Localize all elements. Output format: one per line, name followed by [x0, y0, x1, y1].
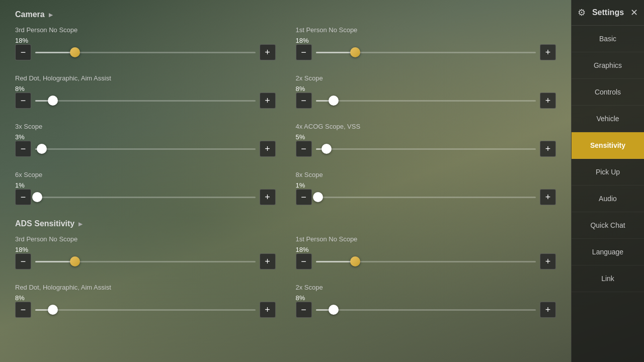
slider-label: 4x ACOG Scope, VSS — [296, 123, 556, 130]
slider-thumb[interactable] — [48, 96, 58, 106]
sidebar-item-link[interactable]: Link — [572, 265, 644, 292]
minus-button[interactable]: − — [15, 189, 31, 205]
slider-thumb[interactable] — [48, 305, 58, 315]
slider-track-wrap[interactable] — [35, 302, 256, 318]
slider-fill — [316, 261, 356, 262]
slider-thumb[interactable] — [37, 144, 47, 154]
plus-button[interactable]: + — [540, 93, 556, 109]
slider-value: 8% — [296, 294, 556, 302]
ads-section-title: ADS Sensitivity — [15, 219, 556, 228]
slider-value: 18% — [15, 246, 276, 253]
minus-button[interactable]: − — [15, 141, 31, 157]
slider-thumb[interactable] — [70, 47, 80, 57]
sidebar-item-pickup[interactable]: Pick Up — [572, 159, 644, 186]
slider-group: Red Dot, Holographic, Aim Assist8%−+ — [15, 284, 276, 318]
plus-button[interactable]: + — [260, 93, 276, 109]
slider-track-wrap[interactable] — [316, 141, 536, 157]
slider-thumb[interactable] — [70, 256, 80, 266]
close-button[interactable]: ✕ — [630, 7, 638, 18]
slider-group: 1st Person No Scope18%−+ — [296, 235, 556, 269]
slider-track-wrap[interactable] — [316, 253, 536, 269]
slider-thumb[interactable] — [329, 96, 339, 106]
minus-button[interactable]: − — [296, 253, 312, 269]
slider-track — [35, 52, 256, 53]
camera-section-title: Camera — [15, 10, 556, 19]
minus-button[interactable]: − — [15, 44, 31, 60]
slider-thumb[interactable] — [329, 305, 339, 315]
minus-button[interactable]: − — [296, 93, 312, 109]
slider-group: 8x Scope1%−+ — [296, 171, 556, 205]
slider-track-wrap[interactable] — [35, 141, 256, 157]
slider-track — [35, 309, 256, 311]
plus-button[interactable]: + — [540, 302, 556, 318]
slider-label: 3rd Person No Scope — [15, 26, 276, 34]
slider-track — [316, 148, 536, 150]
slider-track — [316, 197, 536, 198]
slider-value: 5% — [296, 133, 556, 141]
plus-button[interactable]: + — [260, 44, 276, 60]
plus-button[interactable]: + — [260, 189, 276, 205]
slider-track-wrap[interactable] — [316, 302, 536, 318]
sidebar-item-quickchat[interactable]: Quick Chat — [572, 212, 644, 239]
slider-thumb[interactable] — [321, 144, 332, 154]
slider-track-wrap[interactable] — [316, 44, 536, 60]
plus-button[interactable]: + — [540, 253, 556, 269]
slider-track-wrap[interactable] — [316, 93, 536, 109]
slider-thumb[interactable] — [350, 47, 360, 57]
slider-label: 8x Scope — [296, 171, 556, 178]
slider-label: 1st Person No Scope — [296, 26, 556, 34]
slider-label: Red Dot, Holographic, Aim Assist — [15, 284, 276, 291]
sidebar-item-vehicle[interactable]: Vehicle — [572, 106, 644, 132]
slider-thumb[interactable] — [313, 192, 323, 202]
slider-group: 4x ACOG Scope, VSS5%−+ — [296, 123, 556, 157]
minus-button[interactable]: − — [296, 302, 312, 318]
slider-track — [316, 261, 536, 262]
plus-button[interactable]: + — [260, 141, 276, 157]
slider-row: −+ — [15, 189, 276, 205]
slider-track-wrap[interactable] — [35, 93, 256, 109]
slider-track-wrap[interactable] — [35, 253, 256, 269]
minus-button[interactable]: − — [296, 189, 312, 205]
slider-track — [35, 197, 256, 198]
minus-button[interactable]: − — [296, 44, 312, 60]
slider-row: −+ — [296, 253, 556, 269]
slider-track — [35, 261, 256, 262]
minus-button[interactable]: − — [296, 141, 312, 157]
sidebar-item-graphics[interactable]: Graphics — [572, 52, 644, 79]
slider-row: −+ — [296, 93, 556, 109]
slider-value: 8% — [296, 85, 556, 93]
plus-button[interactable]: + — [540, 141, 556, 157]
slider-track-wrap[interactable] — [35, 189, 256, 205]
sidebar-item-language[interactable]: Language — [572, 239, 644, 265]
slider-row: −+ — [15, 44, 276, 60]
minus-button[interactable]: − — [15, 93, 31, 109]
settings-title: Settings — [589, 8, 627, 17]
slider-row: −+ — [15, 93, 276, 109]
slider-row: −+ — [15, 302, 276, 318]
sidebar-header: ⚙ Settings ✕ — [572, 0, 644, 26]
slider-value: 8% — [15, 85, 276, 93]
sidebar-item-basic[interactable]: Basic — [572, 26, 644, 52]
slider-row: −+ — [296, 189, 556, 205]
slider-thumb[interactable] — [350, 256, 360, 266]
plus-button[interactable]: + — [260, 302, 276, 318]
slider-row: −+ — [296, 44, 556, 60]
sidebar-item-controls[interactable]: Controls — [572, 79, 644, 106]
slider-label: 3x Scope — [15, 123, 276, 130]
plus-button[interactable]: + — [540, 189, 556, 205]
sidebar-item-audio[interactable]: Audio — [572, 186, 644, 212]
slider-thumb[interactable] — [32, 192, 42, 202]
slider-group: Red Dot, Holographic, Aim Assist8%−+ — [15, 74, 276, 109]
slider-track-wrap[interactable] — [316, 189, 536, 205]
plus-button[interactable]: + — [260, 253, 276, 269]
slider-label: 2x Scope — [296, 284, 556, 291]
camera-grid: 3rd Person No Scope18%−+1st Person No Sc… — [15, 26, 556, 214]
sidebar-item-sensitivity[interactable]: Sensitivity — [572, 132, 644, 159]
minus-button[interactable]: − — [15, 302, 31, 318]
slider-value: 1% — [296, 182, 556, 189]
slider-group: 6x Scope1%−+ — [15, 171, 276, 205]
gear-icon: ⚙ — [578, 7, 586, 18]
minus-button[interactable]: − — [15, 253, 31, 269]
slider-track-wrap[interactable] — [35, 44, 256, 60]
plus-button[interactable]: + — [540, 44, 556, 60]
